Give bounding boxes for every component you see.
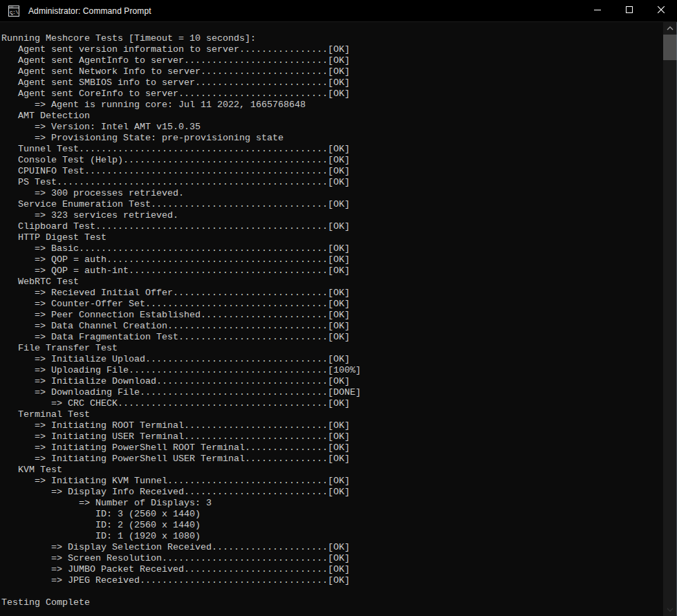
titlebar[interactable]: c:\ Administrator: Command Prompt xyxy=(0,0,677,22)
window-title: Administrator: Command Prompt xyxy=(28,6,151,16)
minimize-icon xyxy=(592,4,603,17)
chevron-down-icon xyxy=(665,604,675,616)
maximize-button[interactable] xyxy=(613,0,645,22)
close-button[interactable] xyxy=(645,0,677,22)
scrollbar-thumb[interactable] xyxy=(663,35,677,60)
vertical-scrollbar[interactable] xyxy=(663,22,677,616)
close-icon xyxy=(656,4,667,17)
terminal-output[interactable]: Running Meshcore Tests [Timeout = 10 sec… xyxy=(0,22,663,616)
cmd-prompt-icon[interactable]: c:\ xyxy=(8,6,19,17)
maximize-icon xyxy=(624,4,635,17)
svg-text:c:\: c:\ xyxy=(10,9,19,15)
scrollbar-up-button[interactable] xyxy=(663,24,677,33)
command-prompt-window: c:\ Administrator: Command Prompt xyxy=(0,0,677,616)
minimize-button[interactable] xyxy=(582,0,613,22)
chevron-up-icon xyxy=(665,22,675,35)
scrollbar-down-button[interactable] xyxy=(663,605,677,615)
